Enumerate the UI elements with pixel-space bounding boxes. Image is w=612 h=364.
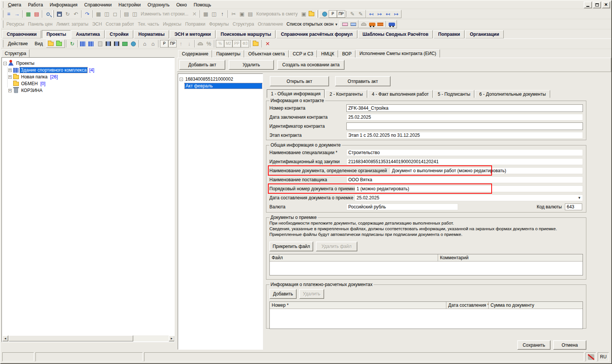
menu-otdohnut[interactable]: Отдохнуть bbox=[144, 2, 173, 8]
delete-template-icon[interactable]: ✎ bbox=[357, 10, 365, 18]
tree-item-projects[interactable]: - Проекты bbox=[3, 60, 174, 67]
tab-shablony-raschetov[interactable]: Шаблоны Сводных Расчётов bbox=[358, 30, 433, 38]
rr-button[interactable]: РР bbox=[232, 40, 241, 48]
action-menu[interactable]: Действие bbox=[5, 40, 31, 47]
house-add-icon[interactable]: ⌂ bbox=[140, 40, 149, 48]
blue-book-icon[interactable] bbox=[349, 20, 357, 28]
orange-truck-icon[interactable] bbox=[368, 20, 376, 28]
print-p-button[interactable]: Р bbox=[329, 10, 337, 18]
tree-item-new-folder[interactable]: + Новая папка [26] bbox=[3, 73, 174, 80]
tab-ispolnenie-smety[interactable]: Исполнение Сметы контракта (ЕИС) bbox=[356, 49, 440, 58]
new-object-icon[interactable] bbox=[79, 40, 88, 48]
toolbar-grip[interactable] bbox=[2, 20, 3, 28]
house-gear-icon[interactable]: ⌂ bbox=[149, 40, 157, 48]
tab-normativy[interactable]: Нормативы bbox=[134, 30, 169, 38]
toolbar-grip[interactable] bbox=[2, 40, 3, 47]
film-chart-icon[interactable] bbox=[104, 40, 112, 48]
copy-icon[interactable]: ▣ bbox=[238, 10, 246, 18]
collapse-toggle-icon[interactable]: - bbox=[3, 62, 7, 65]
act-group-row[interactable]: - 1683400855121000002 bbox=[180, 76, 262, 83]
toolbar-grip[interactable] bbox=[52, 10, 54, 18]
tab-podpisanty[interactable]: 5 - Подписанты bbox=[434, 90, 474, 98]
scrollbar-thumb[interactable] bbox=[9, 335, 133, 341]
chevron-down-icon[interactable]: ▼ bbox=[578, 196, 581, 200]
refresh-tree-icon[interactable]: ↻ bbox=[68, 40, 76, 48]
tab-proekty[interactable]: Проекты bbox=[42, 30, 71, 38]
comment-icon[interactable]: ◻ bbox=[111, 10, 119, 18]
tab-popravki[interactable]: Поправки bbox=[434, 30, 464, 38]
tab-nmck[interactable]: НМЦК bbox=[317, 50, 338, 58]
send-act-button[interactable]: Отправить акт bbox=[335, 76, 391, 86]
toolbar-grip[interactable] bbox=[317, 10, 318, 18]
new-document-icon[interactable] bbox=[96, 40, 104, 48]
new-object2-icon[interactable] bbox=[88, 40, 96, 48]
insert-row-icon[interactable]: ▦ bbox=[94, 10, 103, 18]
insert-branch-icon[interactable]: → bbox=[13, 10, 21, 18]
open-act-button[interactable]: Открыть акт bbox=[270, 76, 329, 86]
tree-item-korzina[interactable]: + КОРЗИНА bbox=[3, 87, 174, 94]
tab-stroyki[interactable]: Стройки bbox=[105, 30, 133, 38]
tab-vor[interactable]: ВОР bbox=[338, 50, 355, 58]
menu-spravochniki[interactable]: Справочники bbox=[81, 2, 115, 8]
toolbar-grip[interactable] bbox=[2, 10, 3, 18]
collapse-folder-icon[interactable] bbox=[55, 40, 64, 48]
add-payment-button[interactable]: Добавить bbox=[269, 289, 297, 299]
menu-smeta[interactable]: Смета bbox=[5, 2, 25, 8]
menu-rabota[interactable]: Работа bbox=[25, 2, 46, 8]
percent-table-icon[interactable]: % bbox=[205, 40, 213, 48]
minimize-button[interactable] bbox=[584, 2, 592, 8]
p-report-button[interactable]: Р bbox=[160, 40, 168, 48]
files-table-body[interactable] bbox=[270, 262, 583, 275]
move-up-tree-icon[interactable]: ↑ bbox=[177, 40, 185, 48]
tab-spravochnik-formul[interactable]: Справочник расчётных формул bbox=[276, 30, 357, 38]
pink-book-icon[interactable] bbox=[341, 20, 349, 28]
copy-frame-icon[interactable]: ▣ bbox=[300, 10, 308, 18]
restore-button[interactable] bbox=[593, 2, 601, 8]
expand-toggle-icon[interactable]: + bbox=[8, 75, 12, 79]
menu-okno[interactable]: Окно bbox=[173, 2, 190, 8]
dome-icon[interactable] bbox=[360, 20, 368, 28]
tab-kontragenty[interactable]: 2 - Контрагенты bbox=[325, 90, 367, 98]
blue-truck-icon[interactable] bbox=[387, 20, 396, 28]
contract-number-input[interactable] bbox=[346, 104, 583, 112]
view-menu[interactable]: Вид bbox=[31, 40, 46, 47]
tree-item-building[interactable]: + Здание спортивного комплекса [4] bbox=[3, 67, 174, 73]
pr-report-button[interactable]: ПР bbox=[168, 40, 177, 48]
m2-button[interactable]: М2 bbox=[224, 40, 232, 48]
tab-ssr-sz[interactable]: ССР и СЗ bbox=[289, 50, 317, 58]
tab-obektnaya-smeta[interactable]: Объектная смета bbox=[244, 50, 289, 58]
tab-structure[interactable]: Структура bbox=[2, 49, 29, 57]
menu-informacia[interactable]: Информация bbox=[46, 2, 81, 8]
edit-template-icon[interactable]: ✎ bbox=[348, 10, 357, 18]
move-up-icon[interactable]: ↑ bbox=[218, 10, 226, 18]
tab-analitika[interactable]: Аналитика bbox=[71, 30, 105, 38]
delete-file-button[interactable]: Удалить файл bbox=[316, 242, 357, 251]
document-number-value[interactable]: 1 (можно редактировать) bbox=[355, 185, 583, 192]
fz-button[interactable]: ФЗ bbox=[241, 40, 249, 48]
horizontal-scrollbar[interactable]: ◄ ► bbox=[2, 335, 175, 341]
new-folder-icon[interactable] bbox=[252, 40, 260, 48]
print-pr-button[interactable]: ПР bbox=[337, 10, 345, 18]
tab-obschaya-informacia[interactable]: 1 - Общая информация bbox=[267, 89, 324, 98]
cut-icon[interactable]: ✂ bbox=[229, 10, 238, 18]
structure-tree-icon[interactable]: ≡ bbox=[5, 10, 13, 18]
save-button[interactable]: Сохранить bbox=[517, 340, 550, 350]
tab-parametry[interactable]: Параметры bbox=[212, 50, 244, 58]
dome-gear-icon[interactable] bbox=[196, 40, 205, 48]
delete-act-button[interactable]: Удалить bbox=[229, 60, 274, 70]
scroll-left-button[interactable]: ◄ bbox=[2, 335, 8, 341]
change-row-type-control[interactable]: Изменить тип строки... bbox=[139, 11, 190, 17]
refresh-icon[interactable]: ↻ bbox=[63, 10, 72, 18]
add-table-icon[interactable]: ◫ bbox=[210, 10, 218, 18]
undo-icon[interactable]: ↶ bbox=[72, 10, 80, 18]
indent-icon[interactable]: ↦ bbox=[375, 10, 384, 18]
tab-spravochniki[interactable]: Справочники bbox=[2, 30, 41, 38]
delete-payment-button[interactable]: Удалить bbox=[299, 289, 324, 299]
expand-toggle-icon[interactable]: + bbox=[8, 89, 12, 92]
tab-soderzhanie[interactable]: Содержание bbox=[178, 50, 212, 58]
film-truck-icon[interactable] bbox=[112, 40, 121, 48]
language-indicator[interactable]: RU bbox=[598, 352, 609, 361]
document-date-dropdown[interactable]: 25.02.2025 ▼ bbox=[355, 194, 583, 201]
menu-nastroyki[interactable]: Настройки bbox=[115, 2, 144, 8]
open-windows-dropdown[interactable]: Список открытых окон ▼ bbox=[285, 21, 340, 27]
